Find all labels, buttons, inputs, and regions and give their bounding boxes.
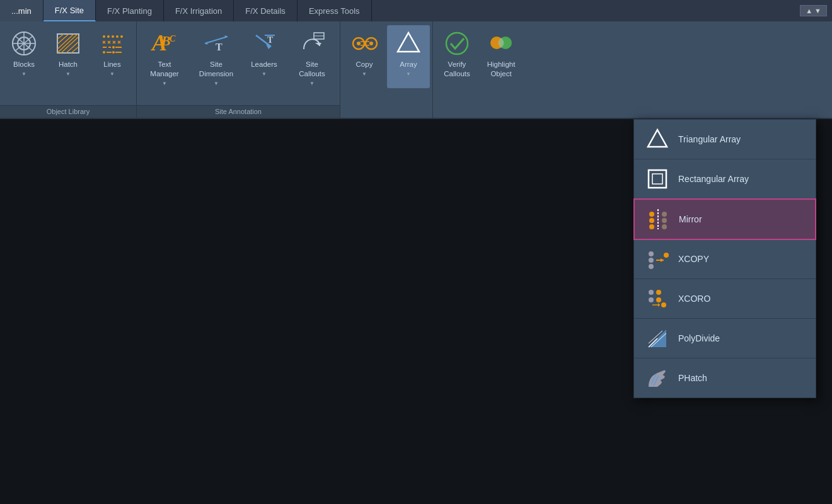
- svg-point-66: [662, 212, 667, 217]
- array-dropdown: Triangular Array Rectangular Array: [633, 119, 816, 398]
- group-modify: Copy ▼ Array ▼ ​: [340, 21, 433, 118]
- tab-fx-site[interactable]: F/X Site: [43, 0, 96, 21]
- svg-point-69: [649, 251, 654, 256]
- array-button[interactable]: Array ▼: [387, 25, 430, 88]
- site-callouts-label: SiteCallouts: [299, 60, 325, 79]
- lines-button[interactable]: Lines ▼: [91, 25, 134, 88]
- tab-fx-details[interactable]: F/X Details: [234, 0, 298, 21]
- verify-callouts-label: VerifyCallouts: [444, 60, 470, 79]
- tab-bar: ...min F/X Site F/X Planting F/X Irrigat…: [0, 0, 832, 21]
- xcoro-label: XCORO: [678, 294, 710, 304]
- copy-label: Copy: [356, 60, 373, 69]
- site-callouts-icon: [299, 30, 325, 57]
- dropdown-rectangular-array[interactable]: Rectangular Array: [634, 159, 816, 199]
- svg-point-70: [649, 258, 654, 263]
- dropdown-phatch[interactable]: PHatch: [634, 358, 816, 398]
- svg-marker-73: [661, 258, 664, 262]
- verify-callouts-button[interactable]: VerifyCallouts: [436, 25, 478, 88]
- text-manager-arrow: ▼: [162, 81, 167, 86]
- site-dimension-icon: T: [203, 30, 229, 57]
- tab-fx-planting[interactable]: F/X Planting: [96, 0, 164, 21]
- text-manager-button[interactable]: A B C TextManager ▼: [139, 25, 190, 89]
- svg-point-78: [656, 297, 661, 302]
- phatch-icon: [645, 366, 669, 390]
- triangular-array-label: Triangular Array: [678, 134, 741, 144]
- ribbon: Blocks ▼: [0, 21, 832, 119]
- dropdown-triangular-array[interactable]: Triangular Array: [634, 120, 816, 159]
- svg-text:T: T: [267, 35, 274, 45]
- rectangular-array-label: Rectangular Array: [678, 174, 749, 184]
- highlight-object-button[interactable]: HighlightObject: [480, 25, 523, 88]
- mirror-icon: [646, 207, 670, 231]
- svg-point-16: [112, 35, 114, 38]
- site-callouts-button[interactable]: SiteCallouts ▼: [287, 25, 337, 89]
- dropdown-xcoro[interactable]: XCORO: [634, 279, 816, 319]
- xcopy-label: XCOPY: [678, 254, 709, 264]
- blocks-arrow: ▼: [21, 71, 26, 77]
- hatch-label: Hatch: [59, 60, 78, 69]
- copy-icon: [351, 30, 378, 57]
- xcoro-icon: [645, 287, 669, 311]
- tab-admin[interactable]: ...min: [0, 0, 43, 21]
- svg-line-8: [57, 34, 69, 44]
- group-object-library-label: Object Library: [0, 105, 136, 118]
- tab-fx-irrigation[interactable]: F/X Irrigation: [164, 0, 234, 21]
- highlight-object-label: HighlightObject: [487, 60, 516, 79]
- polydivide-label: PolyDivide: [678, 333, 720, 343]
- group-site-annotation-items: A B C TextManager ▼ T: [137, 21, 340, 105]
- svg-point-67: [662, 218, 667, 223]
- svg-point-31: [103, 51, 105, 54]
- svg-point-74: [664, 253, 669, 258]
- svg-point-18: [120, 35, 123, 38]
- site-dimension-label: SiteDimension: [199, 60, 233, 79]
- copy-arrow: ▼: [362, 71, 367, 77]
- hatch-arrow: ▼: [66, 71, 71, 77]
- array-label: Array: [400, 60, 417, 69]
- array-arrow: ▼: [406, 71, 411, 77]
- dropdown-xcopy[interactable]: XCOPY: [634, 239, 816, 279]
- blocks-icon: [11, 30, 37, 57]
- blocks-button[interactable]: Blocks ▼: [3, 25, 45, 88]
- svg-marker-55: [398, 33, 419, 52]
- dropdown-polydivide[interactable]: PolyDivide: [634, 319, 816, 358]
- lines-icon: [99, 30, 125, 57]
- verify-callouts-icon: [444, 30, 470, 57]
- group-modify-items: Copy ▼ Array ▼: [340, 21, 432, 105]
- svg-point-76: [649, 297, 654, 302]
- group-site-annotation-label: Site Annotation: [137, 105, 340, 118]
- svg-point-77: [656, 290, 661, 295]
- leaders-button[interactable]: T Leaders ▼: [243, 25, 286, 88]
- lines-arrow: ▼: [110, 71, 115, 77]
- svg-rect-61: [652, 174, 662, 184]
- svg-point-33: [112, 51, 115, 54]
- svg-point-56: [446, 33, 468, 54]
- copy-button[interactable]: Copy ▼: [343, 25, 386, 88]
- svg-text:C: C: [170, 34, 176, 43]
- lines-label: Lines: [103, 60, 121, 69]
- svg-point-75: [649, 290, 654, 295]
- dropdown-mirror[interactable]: Mirror: [633, 198, 816, 240]
- group-verify: VerifyCallouts HighlightObject ​: [433, 21, 525, 118]
- svg-point-17: [116, 35, 118, 38]
- hatch-button[interactable]: Hatch ▼: [47, 25, 90, 88]
- svg-rect-60: [649, 170, 666, 188]
- leaders-label: Leaders: [251, 60, 277, 69]
- group-verify-items: VerifyCallouts HighlightObject: [433, 21, 525, 105]
- svg-line-7: [57, 34, 64, 39]
- site-dimension-button[interactable]: T SiteDimension ▼: [191, 25, 241, 89]
- highlight-object-icon: [488, 30, 514, 57]
- svg-marker-80: [658, 303, 660, 307]
- rectangular-array-icon: [645, 167, 669, 191]
- svg-point-64: [649, 224, 654, 229]
- tab-scroll-btn[interactable]: ▲ ▼: [800, 5, 827, 16]
- group-object-library: Blocks ▼: [0, 21, 137, 118]
- polydivide-icon: [645, 326, 669, 350]
- svg-point-14: [103, 35, 105, 38]
- triangular-array-icon: [645, 127, 669, 151]
- group-site-annotation: A B C TextManager ▼ T: [137, 21, 340, 118]
- blocks-label: Blocks: [13, 60, 35, 69]
- svg-text:T: T: [216, 42, 222, 52]
- tab-express-tools[interactable]: Express Tools: [298, 0, 372, 21]
- text-manager-icon: A B C: [151, 30, 178, 57]
- svg-point-71: [649, 264, 654, 269]
